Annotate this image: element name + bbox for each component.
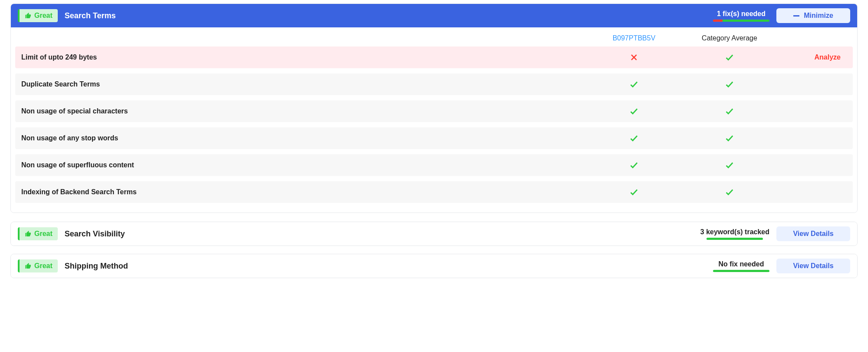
- quality-badge: Great: [18, 9, 58, 22]
- check-icon: [629, 187, 639, 197]
- minimize-button[interactable]: Minimize: [776, 8, 850, 23]
- product-status-cell: [591, 133, 677, 143]
- progress-bar: [713, 270, 769, 272]
- row-label: Limit of upto 249 bytes: [21, 53, 591, 61]
- fix-status: 1 fix(s) needed: [713, 10, 769, 22]
- panel-header-search-terms: Great Search Terms 1 fix(s) needed Minim…: [11, 4, 857, 27]
- check-icon: [725, 133, 734, 143]
- thumbs-up-icon: [25, 12, 32, 19]
- view-details-button[interactable]: View Details: [776, 259, 850, 273]
- progress-pass-segment: [706, 238, 763, 240]
- panel-header-shipping-method: Great Shipping Method No fix needed View…: [11, 254, 857, 278]
- panel-title: Search Visibility: [65, 229, 693, 239]
- badge-text: Great: [34, 230, 53, 238]
- check-icon: [725, 53, 734, 62]
- search-terms-table: B097PTBB5V Category Average Limit of upt…: [11, 27, 857, 213]
- category-status-cell: [677, 106, 782, 116]
- fix-status-text: 3 keyword(s) tracked: [700, 228, 769, 236]
- minimize-label: Minimize: [804, 12, 833, 20]
- category-status-cell: [677, 133, 782, 143]
- check-icon: [629, 160, 639, 170]
- check-icon: [725, 187, 734, 197]
- category-status-cell: [677, 160, 782, 170]
- product-status-cell: [591, 80, 677, 89]
- shipping-method-panel: Great Shipping Method No fix needed View…: [10, 254, 858, 278]
- fix-status: 3 keyword(s) tracked: [700, 228, 769, 240]
- table-row: Non usage of any stop words: [15, 127, 853, 149]
- progress-bar: [706, 238, 763, 240]
- progress-pass-segment: [723, 20, 769, 22]
- row-label: Non usage of special characters: [21, 107, 591, 115]
- view-details-label: View Details: [793, 230, 833, 238]
- fix-status-text: No fix needed: [719, 260, 764, 268]
- check-icon: [725, 106, 734, 116]
- check-icon: [629, 80, 639, 89]
- row-label: Duplicate Search Terms: [21, 80, 591, 88]
- table-row: Non usage of special characters: [15, 100, 853, 122]
- table-header: B097PTBB5V Category Average: [15, 27, 853, 46]
- fix-status-text: 1 fix(s) needed: [717, 10, 766, 18]
- check-icon: [725, 160, 734, 170]
- cross-icon: [630, 53, 638, 62]
- quality-badge: Great: [18, 259, 58, 272]
- view-details-button[interactable]: View Details: [776, 226, 850, 241]
- category-status-cell: [677, 187, 782, 197]
- category-status-cell: [677, 80, 782, 89]
- row-label: Non usage of superfluous content: [21, 161, 591, 169]
- fix-status: No fix needed: [713, 260, 769, 272]
- product-status-cell: [591, 160, 677, 170]
- product-status-cell: [591, 53, 677, 62]
- row-label: Non usage of any stop words: [21, 134, 591, 142]
- thumbs-up-icon: [25, 262, 32, 269]
- table-row: Duplicate Search Terms: [15, 73, 853, 95]
- column-product-id[interactable]: B097PTBB5V: [591, 34, 677, 42]
- view-details-label: View Details: [793, 262, 833, 270]
- check-icon: [629, 106, 639, 116]
- badge-text: Great: [34, 262, 53, 270]
- product-status-cell: [591, 106, 677, 116]
- progress-pass-segment: [713, 270, 769, 272]
- table-row: Indexing of Backend Search Terms: [15, 181, 853, 203]
- quality-badge: Great: [18, 227, 58, 240]
- panel-header-search-visibility: Great Search Visibility 3 keyword(s) tra…: [11, 222, 857, 246]
- minus-icon: [793, 15, 799, 17]
- product-status-cell: [591, 187, 677, 197]
- search-terms-panel: Great Search Terms 1 fix(s) needed Minim…: [10, 3, 858, 213]
- panel-title: Shipping Method: [65, 262, 706, 271]
- progress-fail-segment: [713, 20, 723, 22]
- panel-title: Search Terms: [65, 11, 706, 20]
- column-category-average: Category Average: [677, 34, 782, 42]
- category-status-cell: [677, 53, 782, 62]
- search-visibility-panel: Great Search Visibility 3 keyword(s) tra…: [10, 222, 858, 246]
- table-row: Non usage of superfluous content: [15, 154, 853, 176]
- thumbs-up-icon: [25, 230, 32, 237]
- row-label: Indexing of Backend Search Terms: [21, 188, 591, 196]
- analyze-link[interactable]: Analyze: [782, 53, 847, 61]
- check-icon: [629, 133, 639, 143]
- table-row: Limit of upto 249 bytesAnalyze: [15, 46, 853, 68]
- check-icon: [725, 80, 734, 89]
- badge-text: Great: [34, 12, 53, 20]
- progress-bar: [713, 20, 769, 22]
